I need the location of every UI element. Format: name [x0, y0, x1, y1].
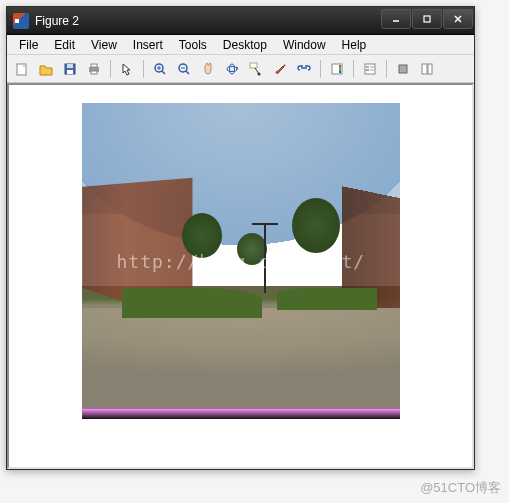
colorbar-icon: [330, 62, 344, 76]
new-figure-icon: [15, 62, 29, 76]
edit-plot-button[interactable]: [116, 58, 138, 80]
open-button[interactable]: [35, 58, 57, 80]
svg-rect-1: [424, 16, 430, 22]
pan-icon: [201, 62, 215, 76]
brush-button[interactable]: [269, 58, 291, 80]
maximize-button[interactable]: [412, 9, 442, 29]
scene-grass: [122, 288, 262, 318]
svg-rect-31: [428, 64, 432, 74]
svg-rect-30: [422, 64, 427, 74]
svg-rect-6: [67, 64, 73, 68]
svg-line-16: [186, 71, 189, 74]
pan-button[interactable]: [197, 58, 219, 80]
zoom-in-icon: [153, 62, 167, 76]
menu-insert[interactable]: Insert: [125, 36, 171, 54]
window-title: Figure 2: [35, 14, 381, 28]
rotate3d-icon: [225, 62, 239, 76]
svg-rect-29: [399, 65, 407, 73]
hide-tools-icon: [396, 62, 410, 76]
print-icon: [87, 62, 101, 76]
menu-desktop[interactable]: Desktop: [215, 36, 275, 54]
data-cursor-icon: [249, 62, 263, 76]
svg-point-19: [230, 64, 235, 74]
save-icon: [63, 62, 77, 76]
svg-rect-24: [365, 64, 375, 74]
toolbar-separator: [386, 60, 387, 78]
menu-edit[interactable]: Edit: [46, 36, 83, 54]
link-icon: [297, 62, 311, 76]
open-icon: [39, 62, 53, 76]
menu-window[interactable]: Window: [275, 36, 334, 54]
image-watermark: http://blog.csdn.net/: [117, 251, 366, 272]
zoom-out-icon: [177, 62, 191, 76]
show-plot-tools-button[interactable]: [416, 58, 438, 80]
page-credit: @51CTO博客: [420, 479, 501, 497]
minimize-button[interactable]: [381, 9, 411, 29]
rotate3d-button[interactable]: [221, 58, 243, 80]
svg-rect-9: [91, 64, 97, 67]
menubar: File Edit View Insert Tools Desktop Wind…: [7, 35, 474, 55]
titlebar[interactable]: Figure 2: [7, 7, 474, 35]
menu-help[interactable]: Help: [334, 36, 375, 54]
hide-plot-tools-button[interactable]: [392, 58, 414, 80]
figure-image[interactable]: http://blog.csdn.net/: [82, 103, 400, 419]
svg-point-21: [258, 72, 261, 75]
legend-icon: [363, 62, 377, 76]
window-controls: [381, 7, 474, 34]
print-button[interactable]: [83, 58, 105, 80]
figure-canvas-area: http://blog.csdn.net/: [7, 83, 474, 469]
svg-line-12: [162, 71, 165, 74]
insert-legend-button[interactable]: [359, 58, 381, 80]
scene-grass: [277, 288, 377, 310]
svg-rect-7: [67, 70, 73, 74]
svg-rect-10: [91, 71, 97, 74]
show-tools-icon: [420, 62, 434, 76]
figure-window: Figure 2 File Edit View Insert Tools Des…: [6, 6, 475, 470]
zoom-out-button[interactable]: [173, 58, 195, 80]
zoom-in-button[interactable]: [149, 58, 171, 80]
menu-view[interactable]: View: [83, 36, 125, 54]
scene-tree: [292, 198, 340, 253]
toolbar-separator: [110, 60, 111, 78]
brush-icon: [273, 62, 287, 76]
svg-point-18: [227, 66, 237, 71]
toolbar-separator: [320, 60, 321, 78]
scene-path: [82, 308, 400, 408]
toolbar-separator: [143, 60, 144, 78]
insert-colorbar-button[interactable]: [326, 58, 348, 80]
new-figure-button[interactable]: [11, 58, 33, 80]
menu-tools[interactable]: Tools: [171, 36, 215, 54]
data-cursor-button[interactable]: [245, 58, 267, 80]
matlab-icon: [13, 13, 29, 29]
svg-rect-20: [250, 63, 257, 68]
arrow-icon: [120, 62, 134, 76]
toolbar: [7, 55, 474, 83]
toolbar-separator: [353, 60, 354, 78]
svg-rect-23: [339, 65, 341, 73]
save-button[interactable]: [59, 58, 81, 80]
link-button[interactable]: [293, 58, 315, 80]
menu-file[interactable]: File: [11, 36, 46, 54]
close-button[interactable]: [443, 9, 473, 29]
